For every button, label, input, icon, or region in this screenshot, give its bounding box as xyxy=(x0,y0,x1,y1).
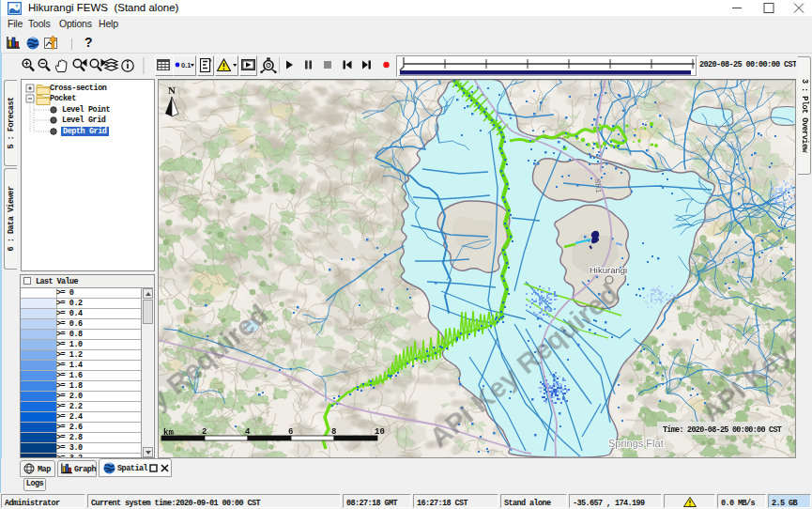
svg-text:SH1: SH1 xyxy=(593,178,603,194)
svg-text:6: 6 xyxy=(288,427,293,437)
svg-text:Springs Flat: Springs Flat xyxy=(608,438,664,449)
svg-text:2: 2 xyxy=(202,427,207,437)
svg-text:0.1: 0.1 xyxy=(181,61,191,69)
svg-text:N: N xyxy=(168,85,176,96)
svg-text:Hikurangi: Hikurangi xyxy=(590,265,627,275)
svg-text:4: 4 xyxy=(245,427,251,437)
svg-text:10: 10 xyxy=(375,427,385,437)
svg-text:Time: 2020-08-25 00:00:00 CST: Time: 2020-08-25 00:00:00 CST xyxy=(663,425,782,435)
svg-text:8: 8 xyxy=(331,427,336,437)
